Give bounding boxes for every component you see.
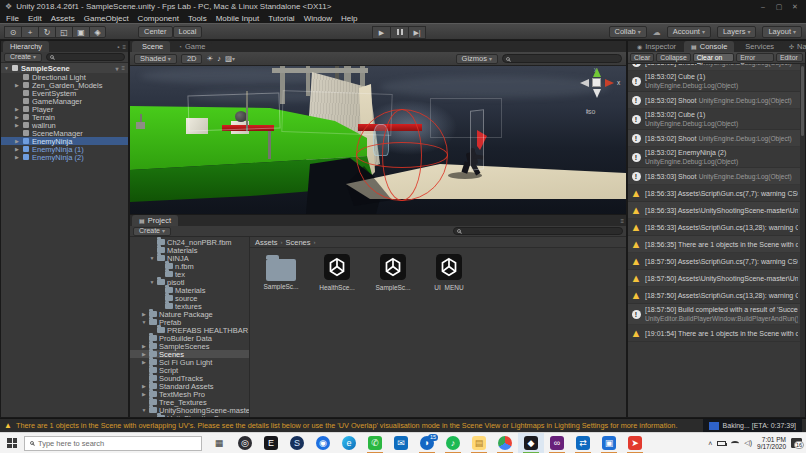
maximize-button[interactable]: ▢ [773,3,785,11]
blue-circle-app-icon[interactable]: ◉ [310,433,336,453]
pivot-toggle-button[interactable]: Center [138,26,173,38]
photos-icon[interactable]: ▣ [596,433,622,453]
collab-dropdown[interactable]: Collab▾ [609,26,647,38]
hierarchy-scene-root[interactable]: ▼ SampleScene ▾≡ [1,63,128,73]
console[interactable]: ▤ Console [684,41,734,52]
help[interactable]: Help [341,14,357,23]
console-message[interactable]: ! ▲ [18:53:02] Cube (1) UnityEngine.Debu… [628,71,800,92]
cloud-icon[interactable]: ☁ [653,28,661,37]
file[interactable]: File [6,14,19,23]
project-tree-item[interactable]: tex [130,270,249,278]
tab-hierarchy[interactable]: Hierarchy [3,41,49,52]
window[interactable]: Window [304,14,332,23]
console-message[interactable]: ! ▲ [18:57:50] Assets\UnityShootingScene… [628,270,800,287]
scene-orientation-gizmo[interactable]: y x ≡ Iso [572,68,624,120]
collapse[interactable]: Collapse [656,53,690,62]
project-search-input[interactable] [453,227,623,235]
hierarchy-search-input[interactable] [46,53,125,61]
step-button[interactable]: ▶| [408,26,426,39]
teamviewer-icon[interactable]: ⇄ [570,433,596,453]
component[interactable]: Component [138,14,179,23]
breadcrumb-assets[interactable]: Assets [255,238,278,247]
epic-games-icon[interactable]: E [258,433,284,453]
lightmap-baking-progress[interactable]: Baking... [ETA: 0:37:39] [703,419,802,433]
tray-chevron-icon[interactable]: ˄ [708,440,712,447]
console-message[interactable]: ! ▲ [18:56:33] Assets\Script\Gun.cs(13,2… [628,219,800,236]
console-message[interactable]: ! ▲ [18:56:35] There are 1 objects in th… [628,236,800,253]
project-tree-item[interactable]: Materials [130,246,249,254]
layers-dropdown[interactable]: Layers▾ [717,26,757,38]
hierarchy-item[interactable]: ▶ EnemyNinja (2) [1,153,128,161]
rect-tool[interactable]: ▣ [72,26,89,38]
taskbar-search-input[interactable]: Type here to search [24,436,202,451]
project-tree-item[interactable]: ▶ Sci Fi Gun Light [130,358,249,366]
asset-item[interactable]: HealthSce... [314,254,360,291]
breadcrumb-scenes[interactable]: Scenes [286,238,311,247]
action-center-icon[interactable]: 16 [791,438,802,448]
file-explorer-icon[interactable]: ▤ [466,433,492,453]
project-tree-item[interactable]: n.fbm [130,262,249,270]
services[interactable]: Services [735,41,781,52]
axis-y-cone[interactable] [593,68,601,77]
badge-15-app-icon[interactable]: ◗ 15 [414,433,440,453]
project-create-button[interactable]: Create▾ [133,227,171,236]
panel-lock-icon[interactable]: ▪ [117,44,119,50]
mobile-input[interactable]: Mobile Input [216,14,260,23]
hierarchy-item[interactable]: ▶ Terrain [1,113,128,121]
chrome-icon[interactable] [492,433,518,453]
hand-tool[interactable]: ⊙ [4,26,21,38]
account-dropdown[interactable]: Account▾ [667,26,711,38]
visual-studio-icon[interactable]: ∞ [544,433,570,453]
panel-menu-icon[interactable]: ≡ [620,218,624,224]
scene-search-input[interactable] [502,54,622,63]
panel-menu-icon[interactable]: ≡ [122,44,126,50]
console-message[interactable]: ! ▲ [18:53:02] Shoot UnityEngine.Debug:L… [628,64,800,71]
console-message[interactable]: ! ▲ [18:57:50] Assets\Script\Gun.cs(7,7)… [628,253,800,270]
hierarchy-create-button[interactable]: Create▾ [4,53,42,62]
status-message[interactable]: There are 1 objects in the Scene with ov… [16,421,699,430]
gameobject[interactable]: GameObject [84,14,129,23]
layout-dropdown[interactable]: Layout▾ [762,26,802,38]
asset-item[interactable]: SampleSc... [258,254,304,291]
console-message[interactable]: ! ▲ [18:56:33] Assets\Script\Gun.cs(7,7)… [628,185,800,202]
console-message[interactable]: ! ▲ [18:53:02] Cube (1) UnityEngine.Debu… [628,109,800,130]
pause-button[interactable] [390,26,408,39]
rotate-tool[interactable]: ↻ [38,26,55,38]
status-bar[interactable]: ▲ There are 1 objects in the Scene with … [0,418,806,432]
project-tree-item[interactable]: ▶ Nature Package [130,310,249,318]
tools[interactable]: Tools [188,14,207,23]
console-message[interactable]: ! ▲ [18:57:50] Assets\Script\Gun.cs(13,2… [628,287,800,304]
scene-effects-dropdown-icon[interactable]: ▨▾ [225,54,235,63]
hierarchy-item[interactable]: ▶ Player [1,105,128,113]
inspector[interactable]: ◉ Inspector [630,41,683,52]
hierarchy-item[interactable]: GameManager [1,97,128,105]
volume-icon[interactable]: ◁) [744,439,752,447]
console-message[interactable]: ! ▲ [18:53:03] Shoot UnityEngine.Debug:L… [628,168,800,185]
unity-icon[interactable]: ◆ [518,433,544,453]
asset-item[interactable]: SampleSc... [370,254,416,291]
editor-[interactable]: Editor ▾ [776,53,803,62]
error-pause[interactable]: Error Pause [736,53,774,62]
minimize-button[interactable]: – [757,3,769,10]
asset-item[interactable]: UI_MENU [426,254,472,291]
scale-tool[interactable]: ◱ [55,26,72,38]
axis-z-cone[interactable] [580,79,589,87]
tutorial[interactable]: Tutorial [268,14,294,23]
console-scrollbar[interactable] [800,64,805,417]
tab-project[interactable]: ▤Project [132,215,178,226]
console-message[interactable]: ! ▲ [18:53:02] Shoot UnityEngine.Debug:L… [628,92,800,109]
whatsapp-icon[interactable]: ✆ [362,433,388,453]
edge-icon[interactable]: e [336,433,362,453]
move-tool[interactable]: + [21,26,38,38]
clear[interactable]: Clear [630,53,654,62]
task-view-icon[interactable]: ▦ [206,433,232,453]
project-tree-item[interactable]: ▼ UnityShootingScene [130,414,249,417]
console-message[interactable]: ! ▲ [18:56:33] Assets\UnityShootingScene… [628,202,800,219]
gizmo-center-cube[interactable] [592,78,601,87]
play-button[interactable]: ▶ [372,26,390,39]
shading-mode-dropdown[interactable]: Shaded▾ [134,54,177,64]
axis-x-cone[interactable] [605,79,614,87]
console-message[interactable]: ! ▲ [19:01:54] There are 1 objects in th… [628,325,800,342]
steam-icon[interactable]: S [284,433,310,453]
clear-on-play[interactable]: Clear on Play [693,53,735,62]
